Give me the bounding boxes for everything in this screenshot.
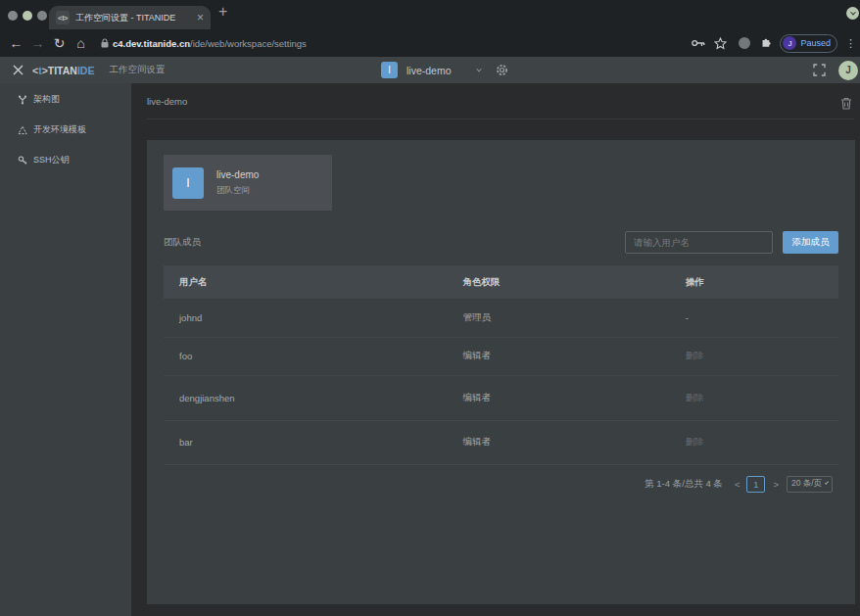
traffic-lights bbox=[8, 11, 47, 21]
members-section-title: 团队成员 bbox=[164, 236, 201, 249]
url-path: /ide/web/workspace/settings bbox=[190, 38, 307, 49]
table-row: foo编辑者删除 bbox=[164, 337, 838, 375]
next-page-icon[interactable]: > bbox=[773, 479, 779, 490]
cell-username: foo bbox=[164, 337, 447, 375]
add-member-button[interactable]: 添加成员 bbox=[783, 231, 838, 254]
paused-label: Paused bbox=[800, 38, 831, 48]
cell-role: 管理员 bbox=[447, 299, 669, 337]
user-avatar[interactable]: J bbox=[838, 61, 858, 80]
main-content: live-demo l live-demo 团队空间 团队成员 添加成员 bbox=[131, 83, 860, 616]
back-button[interactable]: ← bbox=[6, 35, 26, 51]
workspace-name: live-demo bbox=[406, 65, 452, 76]
cell-role: 编辑者 bbox=[447, 420, 669, 464]
breadcrumb-row: live-demo bbox=[131, 83, 860, 119]
table-row: dengjianshen编辑者删除 bbox=[164, 375, 838, 420]
prev-page-icon[interactable]: < bbox=[735, 479, 741, 490]
username-input[interactable] bbox=[625, 231, 773, 254]
browser-address-bar: ← → ↻ ⌂ c4.dev.titanide.cn/ide/web/works… bbox=[0, 29, 860, 57]
bookmark-star-icon[interactable] bbox=[714, 37, 727, 50]
sidebar-item-architecture[interactable]: 架构图 bbox=[0, 84, 131, 115]
url-text[interactable]: c4.dev.titanide.cn/ide/web/workspace/set… bbox=[113, 38, 307, 49]
browser-menu-icon[interactable]: ⋮ bbox=[845, 41, 851, 46]
breadcrumb: live-demo bbox=[147, 96, 187, 107]
sidebar-item-ssh-key[interactable]: SSH公钥 bbox=[0, 145, 131, 175]
cell-role: 编辑者 bbox=[447, 375, 669, 420]
app-header: <t>TITANIDE 工作空间设置 l live-demo J bbox=[0, 57, 860, 83]
page-title: 工作空间设置 bbox=[109, 64, 165, 76]
cell-action[interactable]: 删除 bbox=[670, 375, 838, 420]
cell-action[interactable]: 删除 bbox=[670, 337, 838, 375]
chevron-down-icon bbox=[850, 9, 856, 15]
current-page[interactable]: 1 bbox=[746, 476, 765, 493]
cell-username: johnd bbox=[164, 299, 447, 337]
tab-title: 工作空间设置 - TITANIDE bbox=[75, 12, 193, 24]
profile-paused-pill[interactable]: J Paused bbox=[780, 34, 837, 53]
browser-tab-strip: <I> 工作空间设置 - TITANIDE × + bbox=[0, 0, 860, 29]
url-domain: c4.dev.titanide.cn bbox=[113, 38, 190, 49]
cell-role: 编辑者 bbox=[447, 337, 669, 375]
workspace-icon: l bbox=[381, 62, 398, 78]
template-icon bbox=[18, 125, 27, 135]
cell-username: dengjianshen bbox=[164, 375, 447, 420]
reload-button[interactable]: ↻ bbox=[49, 35, 70, 51]
extensions-puzzle-icon[interactable] bbox=[760, 37, 773, 50]
lock-icon[interactable] bbox=[101, 38, 109, 48]
table-row: johnd管理员- bbox=[164, 299, 838, 337]
members-table: 用户名 角色权限 操作 johnd管理员-foo编辑者删除dengjianshe… bbox=[164, 265, 838, 465]
forward-button[interactable]: → bbox=[27, 35, 48, 51]
pagination-total: 第 1-4 条/总共 4 条 bbox=[645, 478, 723, 491]
pagination: 第 1-4 条/总共 4 条 < 1 > 20 条/页 bbox=[164, 476, 838, 493]
col-action: 操作 bbox=[670, 265, 838, 299]
chevron-down-icon bbox=[825, 481, 829, 485]
new-tab-button[interactable]: + bbox=[218, 3, 227, 21]
col-username: 用户名 bbox=[164, 265, 447, 299]
page-size-select[interactable]: 20 条/页 bbox=[787, 476, 833, 493]
workspace-switcher[interactable]: l live-demo bbox=[381, 57, 508, 83]
settings-gear-icon[interactable] bbox=[496, 64, 508, 76]
delete-workspace-trash-icon[interactable] bbox=[840, 97, 852, 110]
cell-username: bar bbox=[164, 420, 447, 464]
table-header-row: 用户名 角色权限 操作 bbox=[164, 265, 838, 299]
cell-action[interactable]: 删除 bbox=[670, 420, 838, 464]
tab-close-icon[interactable]: × bbox=[197, 11, 204, 24]
media-control-icon[interactable] bbox=[739, 37, 750, 49]
tab-favicon-icon: <I> bbox=[56, 11, 70, 24]
members-toolbar: 团队成员 添加成员 bbox=[164, 231, 838, 254]
sidebar: 架构图 开发环境模板 SSH公钥 bbox=[0, 83, 131, 616]
table-row: bar编辑者删除 bbox=[164, 420, 838, 464]
chevron-down-icon[interactable] bbox=[476, 66, 482, 71]
home-button[interactable]: ⌂ bbox=[71, 35, 91, 51]
col-role: 角色权限 bbox=[447, 265, 669, 299]
profile-avatar: J bbox=[783, 36, 796, 50]
key-icon bbox=[18, 156, 27, 166]
workspace-card-name: live-demo bbox=[216, 169, 259, 180]
workspace-card-type: 团队空间 bbox=[216, 185, 259, 197]
branch-icon bbox=[18, 95, 27, 105]
tab-search-button[interactable] bbox=[846, 7, 859, 20]
browser-tab[interactable]: <I> 工作空间设置 - TITANIDE × bbox=[49, 6, 211, 29]
minimize-window-button[interactable] bbox=[23, 11, 32, 21]
cell-action: - bbox=[670, 299, 838, 337]
settings-panel: l live-demo 团队空间 团队成员 添加成员 用户名 角色权限 操作 bbox=[147, 140, 855, 604]
close-window-button[interactable] bbox=[8, 11, 18, 21]
workspace-card-icon: l bbox=[172, 167, 204, 199]
zoom-window-button[interactable] bbox=[37, 11, 47, 21]
close-workspace-icon[interactable] bbox=[13, 65, 24, 75]
fullscreen-icon[interactable] bbox=[813, 64, 826, 76]
app-logo: <t>TITANIDE bbox=[32, 65, 94, 76]
password-key-icon[interactable] bbox=[692, 39, 705, 47]
workspace-card: l live-demo 团队空间 bbox=[164, 155, 332, 211]
sidebar-item-dev-template[interactable]: 开发环境模板 bbox=[0, 115, 131, 145]
